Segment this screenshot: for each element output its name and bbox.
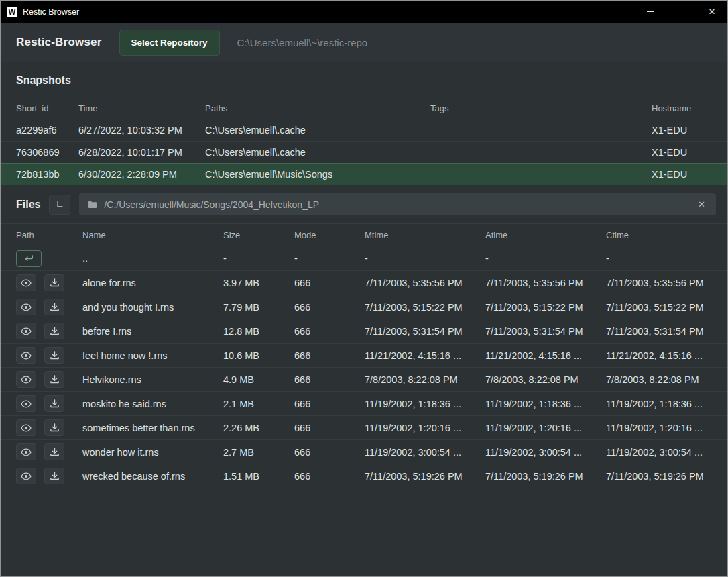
- file-ctime: 11/19/2002, 1:18:36 ...: [606, 399, 712, 409]
- file-row: feel home now !.rns 10.6 MB 666 11/21/20…: [1, 344, 727, 368]
- current-path-input[interactable]: /C:/Users/emuell/Music/Songs/2004_Helvet…: [79, 193, 716, 215]
- file-atime: 7/11/2003, 5:31:54 PM: [485, 326, 606, 337]
- maximize-button[interactable]: [666, 1, 696, 23]
- files-table-body: alone for.rns 3.97 MB 666 7/11/2003, 5:3…: [1, 271, 727, 488]
- restore-file-button[interactable]: [44, 468, 64, 484]
- file-mtime: 7/11/2003, 5:35:56 PM: [365, 278, 485, 288]
- file-size: 1.51 MB: [223, 471, 294, 482]
- preview-file-button[interactable]: [16, 347, 36, 364]
- file-mode: 666: [294, 278, 365, 288]
- file-size: 12.8 MB: [223, 326, 294, 337]
- folder-icon: [87, 199, 98, 210]
- preview-file-button[interactable]: [16, 419, 36, 436]
- file-mtime: 11/21/2002, 4:15:16 ...: [365, 350, 485, 361]
- clear-path-button[interactable]: ✕: [695, 198, 708, 211]
- preview-file-button[interactable]: [16, 299, 36, 315]
- file-row: before I.rns 12.8 MB 666 7/11/2003, 5:31…: [1, 319, 727, 344]
- preview-file-button[interactable]: [16, 323, 36, 339]
- go-up-button[interactable]: [16, 250, 42, 267]
- file-actions: [16, 299, 82, 315]
- select-repository-button[interactable]: Select Repository: [119, 30, 220, 56]
- download-icon: [50, 423, 60, 433]
- preview-file-button[interactable]: [16, 371, 36, 388]
- close-button[interactable]: ✕: [696, 1, 727, 23]
- column-header-mtime: Mtime: [365, 230, 485, 240]
- file-size: 2.7 MB: [223, 447, 294, 458]
- file-atime: 11/21/2002, 4:15:16 ...: [485, 350, 606, 361]
- preview-file-button[interactable]: [16, 395, 36, 412]
- file-ctime: 11/19/2002, 1:20:16 ...: [606, 423, 712, 433]
- download-icon: [50, 326, 60, 336]
- restore-file-button[interactable]: [44, 274, 64, 291]
- file-atime: 7/11/2003, 5:35:56 PM: [485, 278, 606, 288]
- preview-file-button[interactable]: [16, 274, 36, 291]
- maximize-icon: [678, 9, 684, 15]
- files-view-toggle-button[interactable]: [49, 195, 70, 215]
- preview-file-button[interactable]: [16, 443, 36, 460]
- file-atime: 11/19/2002, 1:18:36 ...: [485, 399, 606, 409]
- minimize-button[interactable]: [635, 1, 666, 23]
- restore-file-button[interactable]: [44, 347, 64, 364]
- file-size: 2.26 MB: [223, 423, 294, 433]
- eye-icon: [21, 399, 32, 409]
- repository-path: C:\Users\emuell\~\restic-repo: [237, 37, 368, 48]
- snapshot-time: 6/30/2022, 2:28:09 PM: [78, 169, 205, 180]
- snapshot-short-id: 72b813bb: [16, 169, 78, 180]
- eye-icon: [21, 423, 32, 433]
- current-path-text: /C:/Users/emuell/Music/Songs/2004_Helvet…: [104, 199, 319, 210]
- file-atime: 7/11/2003, 5:15:22 PM: [485, 302, 606, 313]
- snapshots-table-header: Short_id Time Paths Tags Hostname: [1, 97, 727, 119]
- preview-file-button[interactable]: [16, 468, 36, 484]
- parent-dir-ctime: -: [606, 253, 712, 264]
- snapshot-row[interactable]: 72b813bb 6/30/2022, 2:28:09 PM C:\Users\…: [1, 163, 727, 185]
- restore-file-button[interactable]: [44, 371, 64, 388]
- file-ctime: 7/8/2003, 8:22:08 PM: [606, 374, 712, 385]
- column-header-ctime: Ctime: [606, 230, 712, 240]
- app-header: Restic-Browser Select Repository C:\User…: [1, 23, 727, 62]
- file-mode: 666: [294, 423, 365, 433]
- file-mtime: 11/19/2002, 1:18:36 ...: [365, 399, 485, 409]
- snapshots-heading: Snapshots: [1, 62, 727, 97]
- snapshot-paths: C:\Users\emuell\Music\Songs: [205, 169, 430, 180]
- snapshot-row[interactable]: 76306869 6/28/2022, 10:01:17 PM C:\Users…: [1, 142, 727, 164]
- restore-file-button[interactable]: [44, 323, 64, 339]
- snapshot-row[interactable]: a2299af6 6/27/2022, 10:03:32 PM C:\Users…: [1, 119, 727, 142]
- file-name: moskito he said.rns: [82, 399, 223, 409]
- snapshot-paths: C:\Users\emuell\.cache: [205, 147, 430, 158]
- file-mode: 666: [294, 399, 365, 409]
- download-icon: [50, 374, 60, 384]
- restore-file-button[interactable]: [44, 419, 64, 436]
- parent-dir-mtime: -: [365, 253, 485, 264]
- column-header-paths: Paths: [205, 103, 430, 113]
- file-atime: 7/11/2003, 5:19:26 PM: [485, 471, 606, 482]
- parent-dir-actions: [16, 250, 82, 267]
- restore-file-button[interactable]: [44, 443, 64, 460]
- restore-file-button[interactable]: [44, 299, 64, 315]
- tree-view-icon: [55, 200, 64, 209]
- snapshot-paths: C:\Users\emuell\.cache: [205, 125, 430, 136]
- titlebar[interactable]: W Restic Browser ✕: [1, 1, 727, 23]
- files-section: Path Name Size Mode Mtime Atime Ctime ..…: [1, 223, 727, 488]
- download-icon: [50, 278, 60, 288]
- file-atime: 11/19/2002, 1:20:16 ...: [485, 423, 606, 433]
- column-header-size: Size: [223, 230, 294, 240]
- column-header-name: Name: [82, 230, 223, 240]
- restore-file-button[interactable]: [44, 395, 64, 412]
- column-header-atime: Atime: [485, 230, 606, 240]
- file-row: wonder how it.rns 2.7 MB 666 11/19/2002,…: [1, 440, 727, 464]
- file-mode: 666: [294, 471, 365, 482]
- close-icon: ✕: [709, 7, 716, 16]
- parent-dir-name: ..: [82, 253, 223, 264]
- file-size: 4.9 MB: [223, 374, 294, 385]
- file-size: 2.1 MB: [223, 399, 294, 409]
- snapshot-hostname: X1-EDU: [652, 169, 712, 180]
- file-name: sometimes better than.rns: [82, 423, 223, 433]
- download-icon: [50, 471, 60, 481]
- snapshot-time: 6/27/2022, 10:03:32 PM: [78, 125, 205, 136]
- download-icon: [50, 302, 60, 312]
- file-name: alone for.rns: [82, 278, 223, 288]
- files-heading: Files: [16, 199, 40, 211]
- parent-dir-atime: -: [485, 253, 606, 264]
- file-ctime: 7/11/2003, 5:35:56 PM: [606, 278, 712, 288]
- file-name: feel home now !.rns: [82, 350, 223, 361]
